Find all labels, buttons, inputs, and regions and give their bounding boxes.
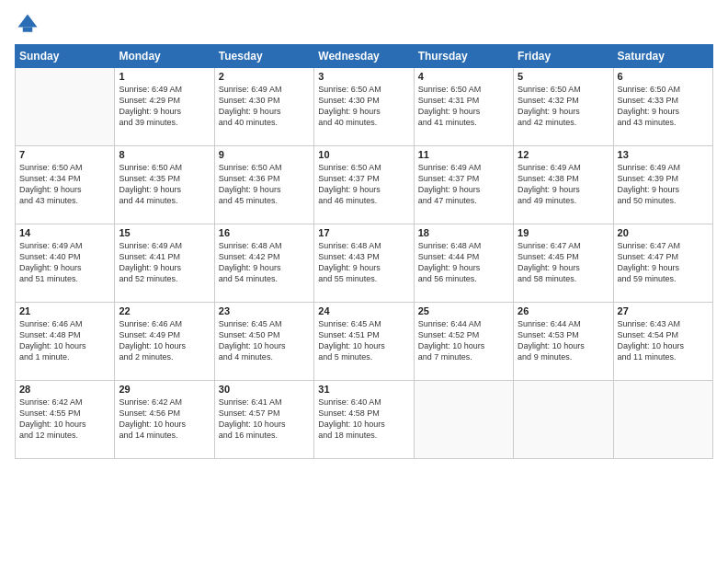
calendar-table: SundayMondayTuesdayWednesdayThursdayFrid… xyxy=(15,44,713,459)
day-info: Sunrise: 6:49 AM Sunset: 4:38 PM Dayligh… xyxy=(518,162,609,207)
day-number: 2 xyxy=(219,71,310,82)
day-info: Sunrise: 6:49 AM Sunset: 4:30 PM Dayligh… xyxy=(219,84,310,129)
calendar-cell: 28Sunrise: 6:42 AM Sunset: 4:55 PM Dayli… xyxy=(16,381,115,459)
day-number: 30 xyxy=(219,384,310,395)
day-info: Sunrise: 6:46 AM Sunset: 4:48 PM Dayligh… xyxy=(19,318,110,363)
day-number: 10 xyxy=(318,149,409,160)
calendar-cell: 14Sunrise: 6:49 AM Sunset: 4:40 PM Dayli… xyxy=(16,224,115,303)
day-number: 19 xyxy=(518,227,609,238)
weekday-header-sunday: Sunday xyxy=(16,45,115,68)
week-row-1: 1Sunrise: 6:49 AM Sunset: 4:29 PM Daylig… xyxy=(16,68,713,146)
day-info: Sunrise: 6:49 AM Sunset: 4:41 PM Dayligh… xyxy=(119,240,210,285)
weekday-header-row: SundayMondayTuesdayWednesdayThursdayFrid… xyxy=(16,45,713,68)
calendar-cell: 29Sunrise: 6:42 AM Sunset: 4:56 PM Dayli… xyxy=(115,381,214,459)
day-number: 20 xyxy=(618,227,709,238)
logo xyxy=(15,11,44,37)
calendar-cell: 30Sunrise: 6:41 AM Sunset: 4:57 PM Dayli… xyxy=(214,381,313,459)
day-info: Sunrise: 6:43 AM Sunset: 4:54 PM Dayligh… xyxy=(618,318,709,363)
day-number: 1 xyxy=(119,71,210,82)
day-info: Sunrise: 6:50 AM Sunset: 4:36 PM Dayligh… xyxy=(219,162,310,207)
day-info: Sunrise: 6:49 AM Sunset: 4:37 PM Dayligh… xyxy=(418,162,509,207)
day-number: 5 xyxy=(518,71,609,82)
day-number: 26 xyxy=(518,305,609,316)
weekday-header-thursday: Thursday xyxy=(414,45,513,68)
day-number: 24 xyxy=(318,305,409,316)
weekday-header-saturday: Saturday xyxy=(613,45,712,68)
calendar-cell: 6Sunrise: 6:50 AM Sunset: 4:33 PM Daylig… xyxy=(613,68,712,146)
calendar-cell: 15Sunrise: 6:49 AM Sunset: 4:41 PM Dayli… xyxy=(115,224,214,303)
calendar-cell: 8Sunrise: 6:50 AM Sunset: 4:35 PM Daylig… xyxy=(115,146,214,224)
calendar-cell: 10Sunrise: 6:50 AM Sunset: 4:37 PM Dayli… xyxy=(314,146,414,224)
day-info: Sunrise: 6:45 AM Sunset: 4:50 PM Dayligh… xyxy=(219,318,310,363)
day-number: 13 xyxy=(618,149,709,160)
day-number: 18 xyxy=(418,227,509,238)
day-number: 11 xyxy=(418,149,509,160)
day-number: 31 xyxy=(318,384,409,395)
day-info: Sunrise: 6:44 AM Sunset: 4:52 PM Dayligh… xyxy=(418,318,509,363)
day-info: Sunrise: 6:42 AM Sunset: 4:56 PM Dayligh… xyxy=(119,396,210,442)
day-number: 14 xyxy=(19,227,110,238)
day-info: Sunrise: 6:47 AM Sunset: 4:47 PM Dayligh… xyxy=(618,240,709,285)
calendar-cell: 16Sunrise: 6:48 AM Sunset: 4:42 PM Dayli… xyxy=(214,224,313,303)
day-info: Sunrise: 6:48 AM Sunset: 4:42 PM Dayligh… xyxy=(219,240,310,285)
day-info: Sunrise: 6:50 AM Sunset: 4:35 PM Dayligh… xyxy=(119,162,210,207)
svg-marker-0 xyxy=(18,15,38,28)
day-info: Sunrise: 6:49 AM Sunset: 4:29 PM Dayligh… xyxy=(119,84,210,129)
day-info: Sunrise: 6:49 AM Sunset: 4:39 PM Dayligh… xyxy=(618,162,709,207)
day-number: 9 xyxy=(219,149,310,160)
day-info: Sunrise: 6:50 AM Sunset: 4:33 PM Dayligh… xyxy=(618,84,709,129)
week-row-2: 7Sunrise: 6:50 AM Sunset: 4:34 PM Daylig… xyxy=(16,146,713,224)
svg-rect-1 xyxy=(23,28,33,32)
calendar-cell: 18Sunrise: 6:48 AM Sunset: 4:44 PM Dayli… xyxy=(414,224,513,303)
day-number: 29 xyxy=(119,384,210,395)
calendar-cell: 17Sunrise: 6:48 AM Sunset: 4:43 PM Dayli… xyxy=(314,224,414,303)
calendar-cell: 25Sunrise: 6:44 AM Sunset: 4:52 PM Dayli… xyxy=(414,303,513,381)
day-number: 3 xyxy=(318,71,409,82)
day-number: 15 xyxy=(119,227,210,238)
calendar-cell: 31Sunrise: 6:40 AM Sunset: 4:58 PM Dayli… xyxy=(314,381,414,459)
weekday-header-wednesday: Wednesday xyxy=(314,45,414,68)
day-info: Sunrise: 6:46 AM Sunset: 4:49 PM Dayligh… xyxy=(119,318,210,363)
day-info: Sunrise: 6:45 AM Sunset: 4:51 PM Dayligh… xyxy=(318,318,409,363)
day-number: 16 xyxy=(219,227,310,238)
day-info: Sunrise: 6:50 AM Sunset: 4:37 PM Dayligh… xyxy=(318,162,409,207)
day-info: Sunrise: 6:41 AM Sunset: 4:57 PM Dayligh… xyxy=(219,396,310,442)
calendar-cell: 5Sunrise: 6:50 AM Sunset: 4:32 PM Daylig… xyxy=(514,68,613,146)
week-row-3: 14Sunrise: 6:49 AM Sunset: 4:40 PM Dayli… xyxy=(16,224,713,303)
calendar-cell: 24Sunrise: 6:45 AM Sunset: 4:51 PM Dayli… xyxy=(314,303,414,381)
day-info: Sunrise: 6:47 AM Sunset: 4:45 PM Dayligh… xyxy=(518,240,609,285)
calendar-cell: 19Sunrise: 6:47 AM Sunset: 4:45 PM Dayli… xyxy=(514,224,613,303)
day-info: Sunrise: 6:50 AM Sunset: 4:30 PM Dayligh… xyxy=(318,84,409,129)
day-number: 27 xyxy=(618,305,709,316)
page: SundayMondayTuesdayWednesdayThursdayFrid… xyxy=(0,0,728,563)
day-info: Sunrise: 6:40 AM Sunset: 4:58 PM Dayligh… xyxy=(318,396,409,442)
calendar-cell: 3Sunrise: 6:50 AM Sunset: 4:30 PM Daylig… xyxy=(314,68,414,146)
calendar-cell: 23Sunrise: 6:45 AM Sunset: 4:50 PM Dayli… xyxy=(214,303,313,381)
calendar-cell: 4Sunrise: 6:50 AM Sunset: 4:31 PM Daylig… xyxy=(414,68,513,146)
calendar-cell: 26Sunrise: 6:44 AM Sunset: 4:53 PM Dayli… xyxy=(514,303,613,381)
day-number: 17 xyxy=(318,227,409,238)
calendar-cell: 9Sunrise: 6:50 AM Sunset: 4:36 PM Daylig… xyxy=(214,146,313,224)
weekday-header-friday: Friday xyxy=(514,45,613,68)
calendar-cell: 1Sunrise: 6:49 AM Sunset: 4:29 PM Daylig… xyxy=(115,68,214,146)
day-info: Sunrise: 6:50 AM Sunset: 4:31 PM Dayligh… xyxy=(418,84,509,129)
day-info: Sunrise: 6:48 AM Sunset: 4:43 PM Dayligh… xyxy=(318,240,409,285)
logo-icon xyxy=(15,11,40,37)
day-number: 25 xyxy=(418,305,509,316)
weekday-header-monday: Monday xyxy=(115,45,214,68)
calendar-cell: 11Sunrise: 6:49 AM Sunset: 4:37 PM Dayli… xyxy=(414,146,513,224)
calendar-cell: 12Sunrise: 6:49 AM Sunset: 4:38 PM Dayli… xyxy=(514,146,613,224)
calendar-cell: 21Sunrise: 6:46 AM Sunset: 4:48 PM Dayli… xyxy=(16,303,115,381)
day-number: 6 xyxy=(618,71,709,82)
day-info: Sunrise: 6:42 AM Sunset: 4:55 PM Dayligh… xyxy=(19,396,110,442)
day-info: Sunrise: 6:50 AM Sunset: 4:32 PM Dayligh… xyxy=(518,84,609,129)
calendar-cell: 27Sunrise: 6:43 AM Sunset: 4:54 PM Dayli… xyxy=(613,303,712,381)
calendar-cell xyxy=(514,381,613,459)
calendar-cell xyxy=(16,68,115,146)
day-number: 21 xyxy=(19,305,110,316)
day-number: 12 xyxy=(518,149,609,160)
week-row-4: 21Sunrise: 6:46 AM Sunset: 4:48 PM Dayli… xyxy=(16,303,713,381)
day-info: Sunrise: 6:49 AM Sunset: 4:40 PM Dayligh… xyxy=(19,240,110,285)
day-info: Sunrise: 6:48 AM Sunset: 4:44 PM Dayligh… xyxy=(418,240,509,285)
week-row-5: 28Sunrise: 6:42 AM Sunset: 4:55 PM Dayli… xyxy=(16,381,713,459)
